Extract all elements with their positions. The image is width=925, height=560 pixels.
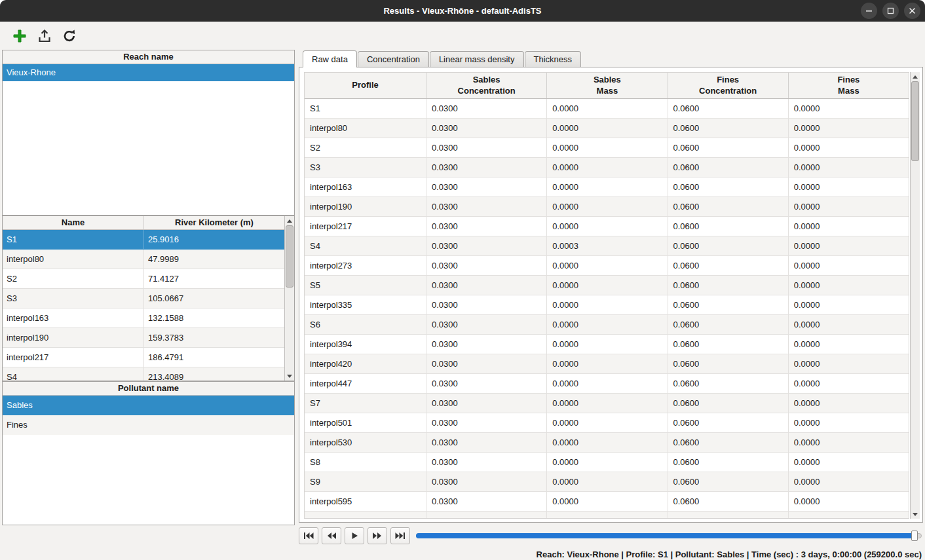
- profile-row[interactable]: interpol163132.1588: [3, 308, 284, 328]
- results-cell: 0.0600: [668, 197, 789, 216]
- results-row[interactable]: interpol1630.03000.00000.06000.0000: [305, 177, 909, 197]
- results-cell: S8: [305, 453, 426, 472]
- pollutant-list-item[interactable]: Fines: [3, 415, 294, 435]
- results-cell: 0.0300: [426, 335, 547, 354]
- tab-thickness[interactable]: Thickness: [525, 51, 582, 67]
- time-slider[interactable]: [416, 530, 922, 542]
- skip-to-end-button[interactable]: [390, 527, 410, 544]
- profile-row[interactable]: interpol8047.9989: [3, 250, 284, 269]
- results-cell: 0.0000: [547, 472, 668, 491]
- profile-header-river-kilometer[interactable]: River Kilometer (m): [144, 216, 284, 229]
- results-row[interactable]: interpol1900.03000.00000.06000.0000: [305, 197, 909, 217]
- scroll-down-arrow-icon[interactable]: [911, 510, 920, 519]
- results-cell: 0.0000: [789, 453, 909, 472]
- export-button[interactable]: [35, 27, 54, 45]
- results-row[interactable]: interpol4200.03000.00000.06000.0000: [305, 354, 909, 374]
- results-cell: 0.0000: [789, 295, 909, 314]
- profile-row[interactable]: S4213.4089: [3, 367, 284, 381]
- window-title: Results - Vieux-Rhône - default-AdisTS: [383, 6, 541, 16]
- results-scrollbar-track[interactable]: [911, 81, 920, 510]
- profile-row[interactable]: S271.4127: [3, 269, 284, 289]
- scroll-up-arrow-icon[interactable]: [285, 216, 294, 225]
- results-row[interactable]: S10.03000.00000.06000.0000: [305, 99, 909, 119]
- profile-row[interactable]: S125.9016: [3, 230, 284, 250]
- reach-list-item[interactable]: Vieux-Rhone: [3, 64, 294, 81]
- results-cell: 0.0000: [547, 315, 668, 334]
- results-header-cell[interactable]: Profile: [305, 73, 426, 98]
- refresh-button[interactable]: [60, 27, 79, 45]
- results-row[interactable]: S40.03000.00030.06000.0000: [305, 236, 909, 256]
- add-button[interactable]: [10, 27, 29, 45]
- scroll-down-arrow-icon[interactable]: [285, 371, 294, 381]
- minimize-button[interactable]: [861, 3, 877, 19]
- results-row[interactable]: S30.03000.00000.06000.0000: [305, 158, 909, 177]
- results-header-cell[interactable]: FinesMass: [789, 73, 909, 98]
- header-line: Mass: [838, 86, 859, 97]
- time-slider-handle[interactable]: [911, 531, 918, 541]
- scroll-up-arrow-icon[interactable]: [911, 72, 920, 81]
- results-cell: 0.0000: [547, 354, 668, 373]
- pollutant-list-item[interactable]: Sables: [3, 396, 294, 415]
- results-row[interactable]: S20.03000.00000.06000.0000: [305, 138, 909, 158]
- results-row[interactable]: interpol3940.03000.00000.06000.0000: [305, 335, 909, 354]
- results-row[interactable]: S80.03000.00000.06000.0000: [305, 453, 909, 472]
- close-button[interactable]: [904, 3, 920, 19]
- pollutant-list-header: Pollutant name: [3, 382, 294, 396]
- results-row[interactable]: interpol2170.03000.00000.06000.0000: [305, 217, 909, 236]
- profiles-scrollbar-track[interactable]: [285, 225, 294, 371]
- results-cell: 0.0000: [789, 177, 909, 196]
- results-cell: interpol595: [305, 492, 426, 511]
- results-cell: 0.0300: [426, 413, 547, 432]
- results-row[interactable]: interpol5300.03000.00000.06000.0000: [305, 433, 909, 453]
- results-cell: S10: [305, 512, 426, 518]
- results-cell: 0.0600: [668, 256, 789, 275]
- tab-concentration[interactable]: Concentration: [358, 51, 429, 67]
- profiles-scrollbar-thumb[interactable]: [286, 225, 293, 288]
- tab-raw-data[interactable]: Raw data: [303, 50, 357, 67]
- profiles-scrollbar[interactable]: [284, 216, 294, 381]
- results-cell: 0.0000: [789, 472, 909, 491]
- results-header-cell[interactable]: FinesConcentration: [668, 73, 789, 98]
- maximize-button[interactable]: [882, 3, 899, 19]
- results-cell: 0.0300: [426, 354, 547, 373]
- skip-to-start-button[interactable]: [299, 527, 318, 544]
- profile-header-name[interactable]: Name: [3, 216, 144, 229]
- play-button[interactable]: [345, 527, 364, 544]
- profile-row[interactable]: interpol217186.4791: [3, 348, 284, 367]
- results-row[interactable]: interpol5010.03000.00000.06000.0000: [305, 413, 909, 433]
- results-cell: 0.0600: [668, 374, 789, 393]
- profile-row[interactable]: S3105.0667: [3, 289, 284, 308]
- results-row[interactable]: S90.03000.00000.06000.0000: [305, 472, 909, 492]
- results-row[interactable]: S100.03000.00000.06000.0000: [305, 512, 909, 518]
- results-cell: 0.0000: [547, 453, 668, 472]
- results-cell: 0.0600: [668, 138, 789, 157]
- results-scrollbar[interactable]: [910, 72, 920, 519]
- pollutant-list[interactable]: SablesFines: [3, 396, 294, 525]
- results-row[interactable]: interpol800.03000.00000.06000.0000: [305, 119, 909, 138]
- results-row[interactable]: interpol2730.03000.00000.06000.0000: [305, 256, 909, 276]
- profile-row[interactable]: interpol190159.3783: [3, 328, 284, 348]
- results-header-cell[interactable]: SablesConcentration: [426, 73, 547, 98]
- results-cell: 0.0000: [547, 158, 668, 177]
- tab-linear-mass-density[interactable]: Linear mass density: [430, 51, 524, 67]
- results-row[interactable]: S70.03000.00000.06000.0000: [305, 394, 909, 413]
- results-row[interactable]: S50.03000.00000.06000.0000: [305, 276, 909, 295]
- results-row[interactable]: interpol3350.03000.00000.06000.0000: [305, 295, 909, 315]
- pollutant-section: Pollutant name SablesFines: [2, 381, 295, 525]
- results-cell: 0.0000: [547, 138, 668, 157]
- titlebar[interactable]: Results - Vieux-Rhône - default-AdisTS: [0, 0, 925, 22]
- results-scrollbar-thumb[interactable]: [911, 81, 919, 161]
- results-cell: 0.0600: [668, 335, 789, 354]
- results-header-cell[interactable]: SablesMass: [547, 73, 668, 98]
- results-cell: 0.0600: [668, 472, 789, 491]
- step-forward-button[interactable]: [368, 527, 387, 544]
- reach-list[interactable]: Vieux-Rhone: [3, 64, 294, 215]
- results-cell: 0.0600: [668, 99, 789, 118]
- profile-name-cell: S2: [3, 269, 144, 288]
- results-cell: 0.0300: [426, 138, 547, 157]
- results-row[interactable]: S60.03000.00000.06000.0000: [305, 315, 909, 335]
- results-cell: 0.0000: [789, 394, 909, 413]
- results-row[interactable]: interpol5950.03000.00000.06000.0000: [305, 492, 909, 512]
- results-row[interactable]: interpol4470.03000.00000.06000.0000: [305, 374, 909, 394]
- step-backward-button[interactable]: [322, 527, 341, 544]
